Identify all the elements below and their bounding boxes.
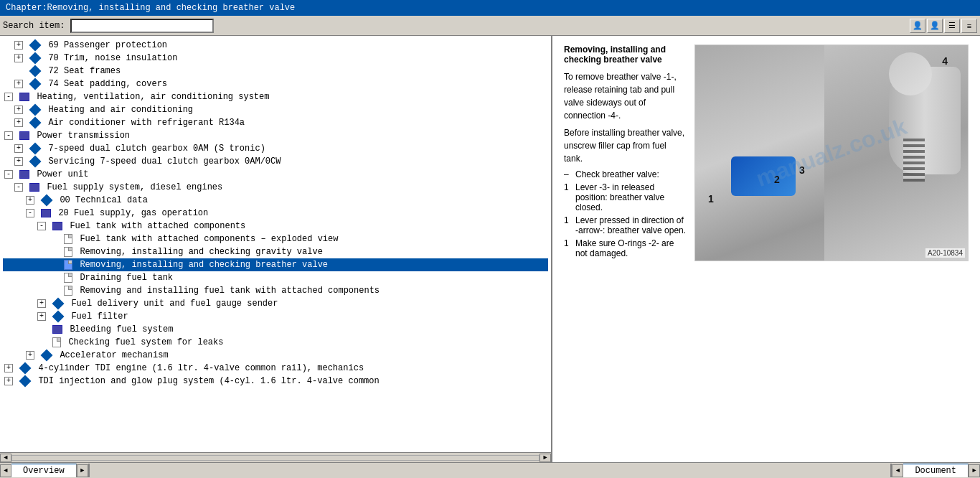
book-icon bbox=[19, 170, 29, 179]
tree-item[interactable]: 72 Seat frames bbox=[3, 65, 548, 78]
tree-item[interactable]: + Fuel filter bbox=[3, 310, 548, 323]
tree-label: 7-speed dual clutch gearbox 0AM (S troni… bbox=[48, 144, 265, 154]
menu-btn-2[interactable]: ≡ bbox=[961, 19, 977, 33]
diamond-icon bbox=[29, 103, 42, 116]
expand-icon[interactable]: + bbox=[4, 364, 13, 372]
nav-right-btn[interactable]: ► bbox=[77, 464, 88, 477]
tree-item-selected[interactable]: Removing, installing and checking breath… bbox=[3, 258, 548, 271]
tree-item[interactable]: Bleeding fuel system bbox=[3, 323, 548, 336]
tree-item[interactable]: + Accelerator mechanism bbox=[3, 349, 548, 362]
tree-item[interactable]: - Power transmission bbox=[3, 129, 548, 142]
tree-label: 70 Trim, noise insulation bbox=[48, 53, 177, 63]
tree-item[interactable]: Checking fuel system for leaks bbox=[3, 336, 548, 349]
doc-bullet-pressed: 1 Lever pressed in direction of -arrow-:… bbox=[564, 215, 687, 235]
scroll-right-btn[interactable]: ► bbox=[540, 454, 551, 462]
tree-label: Servicing 7-speed dual clutch gearbox 0A… bbox=[48, 156, 281, 167]
doc-bullet-check: – Check breather valve: bbox=[564, 169, 687, 179]
scrollbar-track[interactable] bbox=[11, 455, 540, 461]
tree-item[interactable]: Draining fuel tank bbox=[3, 271, 548, 284]
tree-label: 00 Technical data bbox=[60, 195, 147, 205]
expand-icon[interactable]: + bbox=[37, 299, 46, 308]
expand-icon[interactable]: + bbox=[37, 312, 46, 321]
user-btn-2[interactable]: 👤 bbox=[927, 19, 943, 33]
expand-icon[interactable]: - bbox=[4, 131, 13, 140]
tab-overview[interactable]: Overview bbox=[11, 464, 77, 477]
diamond-icon bbox=[41, 194, 53, 206]
tree-item[interactable]: - Fuel tank with attached components bbox=[3, 220, 548, 233]
breather-valve bbox=[731, 156, 796, 196]
tree-item[interactable]: + 7-speed dual clutch gearbox 0AM (S tro… bbox=[3, 142, 548, 155]
engine-image: 1 2 3 4 manualz.co.uk A20-10834 bbox=[695, 45, 968, 261]
tree-label: Accelerator mechanism bbox=[60, 350, 168, 360]
tree-label: Fuel tank with attached components – exp… bbox=[80, 234, 338, 244]
expand-icon[interactable]: + bbox=[14, 118, 23, 127]
tree-item[interactable]: + TDI injection and glow plug system (4-… bbox=[3, 375, 548, 388]
doc-icon bbox=[64, 286, 72, 296]
tree-label: Fuel tank with attached components bbox=[70, 221, 245, 231]
expand-icon[interactable]: + bbox=[4, 377, 13, 385]
expand-icon[interactable]: - bbox=[4, 170, 13, 179]
diamond-icon bbox=[19, 375, 32, 387]
main-layout: + 69 Passenger protection + 70 Trim, noi… bbox=[0, 36, 980, 462]
doc-bullet-orings: 1 Make sure O-rings -2- are not damaged. bbox=[564, 238, 687, 258]
expand-icon[interactable]: + bbox=[26, 196, 34, 205]
tree-label: Power unit bbox=[37, 169, 88, 179]
tree-item[interactable]: Removing, installing and checking gravit… bbox=[3, 245, 548, 258]
diamond-icon bbox=[29, 78, 42, 90]
tree-item[interactable]: Fuel tank with attached components – exp… bbox=[3, 233, 548, 245]
tree-item[interactable]: + 69 Passenger protection bbox=[3, 39, 548, 52]
tree-item[interactable]: - Heating, ventilation, air conditioning… bbox=[3, 90, 548, 103]
tree-container[interactable]: + 69 Passenger protection + 70 Trim, noi… bbox=[0, 36, 551, 452]
nav-left-btn[interactable]: ◄ bbox=[0, 464, 11, 477]
tree-label: Fuel delivery unit and fuel gauge sender bbox=[71, 299, 278, 309]
label-4: 4 bbox=[942, 55, 948, 67]
tree-item[interactable]: + 70 Trim, noise insulation bbox=[3, 52, 548, 65]
diamond-icon bbox=[29, 65, 42, 77]
expand-icon[interactable]: + bbox=[14, 41, 23, 50]
expand-icon[interactable]: - bbox=[26, 209, 34, 217]
tree-item[interactable]: + 74 Seat padding, covers bbox=[3, 78, 548, 90]
tree-label: Heating, ventilation, air conditioning s… bbox=[37, 92, 269, 102]
tree-item[interactable]: - 20 Fuel supply, gas operation bbox=[3, 207, 548, 220]
title-text: Chapter:Removing, installing and checkin… bbox=[6, 3, 295, 13]
tree-label: 72 Seat frames bbox=[48, 66, 121, 76]
tree-item[interactable]: - Fuel supply system, diesel engines bbox=[3, 181, 548, 194]
tree-item[interactable]: + Fuel delivery unit and fuel gauge send… bbox=[3, 297, 548, 310]
expand-icon[interactable]: - bbox=[14, 183, 23, 192]
book-icon bbox=[52, 325, 62, 334]
title-bar: Chapter:Removing, installing and checkin… bbox=[0, 0, 980, 16]
menu-btn-1[interactable]: ☰ bbox=[944, 19, 960, 33]
search-input[interactable] bbox=[70, 19, 214, 33]
doc-nav-right[interactable]: ► bbox=[969, 464, 980, 477]
tree-item[interactable]: Removing and installing fuel tank with a… bbox=[3, 284, 548, 297]
expand-icon[interactable]: + bbox=[14, 80, 23, 88]
expand-icon[interactable]: - bbox=[4, 93, 13, 101]
doc-icon bbox=[64, 260, 72, 270]
tab-document[interactable]: Document bbox=[903, 464, 969, 477]
tree-item[interactable]: - Power unit bbox=[3, 168, 548, 181]
book-icon bbox=[29, 183, 39, 192]
doc-icon bbox=[52, 337, 61, 347]
expand-icon[interactable]: + bbox=[26, 351, 34, 360]
doc-nav-left[interactable]: ◄ bbox=[892, 464, 903, 477]
expand-icon[interactable]: + bbox=[14, 54, 23, 62]
tree-label: 4-cylinder TDI engine (1.6 ltr. 4-valve … bbox=[38, 363, 364, 373]
doc-bullet-lever: 1 Lever -3- in released position: breath… bbox=[564, 182, 687, 212]
expand-icon[interactable]: + bbox=[14, 157, 23, 166]
tree-item[interactable]: + Heating and air conditioning bbox=[3, 103, 548, 116]
expand-icon[interactable]: + bbox=[14, 144, 23, 153]
expand-icon[interactable]: - bbox=[37, 222, 46, 230]
diamond-icon bbox=[52, 310, 65, 322]
tree-label: Draining fuel tank bbox=[80, 273, 173, 283]
diamond-icon bbox=[29, 116, 42, 128]
tree-label: Power transmission bbox=[37, 131, 130, 141]
status-bar: ◄ Overview ► ◄ Document ► bbox=[0, 462, 980, 478]
h-scrollbar[interactable]: ◄ ► bbox=[0, 452, 551, 462]
tree-item[interactable]: + Servicing 7-speed dual clutch gearbox … bbox=[3, 155, 548, 168]
tree-item[interactable]: + 4-cylinder TDI engine (1.6 ltr. 4-valv… bbox=[3, 362, 548, 375]
user-btn-1[interactable]: 👤 bbox=[910, 19, 925, 33]
tree-item[interactable]: + 00 Technical data bbox=[3, 194, 548, 207]
expand-icon[interactable]: + bbox=[14, 106, 23, 114]
scroll-left-btn[interactable]: ◄ bbox=[0, 454, 11, 462]
tree-item[interactable]: + Air conditioner with refrigerant R134a bbox=[3, 116, 548, 129]
